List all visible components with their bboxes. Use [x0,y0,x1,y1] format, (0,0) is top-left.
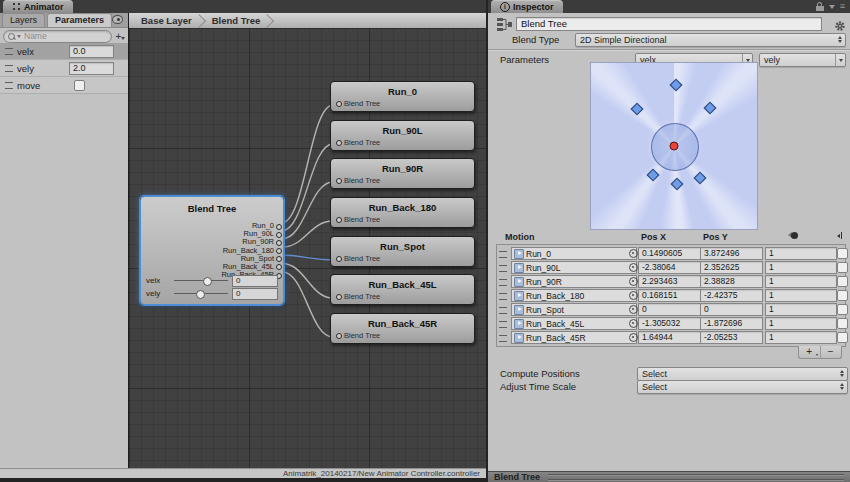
tab-inspector[interactable]: Inspector [491,0,563,13]
parameter-checkbox[interactable] [74,80,85,91]
output-port-icon[interactable] [276,248,282,254]
drag-grip-icon[interactable] [548,474,844,480]
speed-field[interactable]: 1 [765,331,837,344]
pos-x-field[interactable]: -2.38064 [638,261,701,274]
drag-handle-icon[interactable] [499,307,507,314]
tab-layers[interactable]: Layers [2,13,45,27]
drag-handle-icon[interactable] [5,82,13,89]
motion-row-run_spot[interactable]: Run_Spot001 [497,303,845,316]
motion-row-run_90r[interactable]: Run_90R2.2934632.388281 [497,275,845,288]
pos-x-field[interactable]: -1.305032 [638,317,701,330]
wire-run_90r[interactable] [282,182,333,239]
blend-tree-node[interactable]: Blend Tree Run_0Run_90LRun_90RRun_Back_1… [140,196,284,305]
pos-y-field[interactable]: -1.872696 [700,317,763,330]
speed-field[interactable]: 1 [765,247,837,260]
compute-positions-dropdown[interactable]: Select [637,367,848,381]
parameter-row-vely[interactable]: vely2.0 [0,60,128,77]
motion-field[interactable]: Run_90R [511,275,637,288]
motion-field[interactable]: Run_90L [511,261,637,274]
speed-field[interactable]: 1 [765,303,837,316]
dropdown-arrow-icon[interactable] [829,5,835,9]
blend-space-preview[interactable] [590,62,758,230]
mirror-checkbox[interactable] [837,332,848,343]
motion-row-run_back_45r[interactable]: Run_Back_45R1.64944-2.052531 [497,331,845,344]
lock-icon[interactable] [816,6,824,11]
drag-handle-icon[interactable] [5,65,13,72]
drag-handle-icon[interactable] [499,335,507,342]
pos-y-field[interactable]: 0 [700,303,763,316]
eye-icon[interactable] [112,15,123,24]
motion-row-run_back_45l[interactable]: Run_Back_45L-1.305032-1.8726961 [497,317,845,330]
motion-diamond-run_0[interactable] [670,79,683,92]
adjust-time-scale-dropdown[interactable]: Select [637,380,848,394]
preview-panel-header[interactable]: Blend Tree [488,471,850,482]
object-picker-icon[interactable] [629,305,638,314]
blend-type-dropdown[interactable]: 2D Simple Directional [575,33,846,47]
parameter-value-field[interactable]: 0.0 [69,45,114,58]
object-picker-icon[interactable] [629,277,638,286]
drag-handle-icon[interactable] [499,265,507,272]
output-port-icon[interactable] [276,264,282,270]
motion-node-run_back_45r[interactable]: Run_Back_45RBlend Tree [330,313,475,344]
motion-field[interactable]: Run_Back_45R [511,331,637,344]
parameter-row-velx[interactable]: velx0.0 [0,43,128,60]
speed-field[interactable]: 1 [765,317,837,330]
motion-node-run_90l[interactable]: Run_90LBlend Tree [330,120,475,151]
wire-run_0[interactable] [282,105,333,223]
mirror-checkbox[interactable] [837,248,848,259]
motion-diamond-run_back_45r[interactable] [694,172,707,185]
speed-field[interactable]: 1 [765,275,837,288]
motion-diamond-run_back_45l[interactable] [647,169,660,182]
drag-handle-icon[interactable] [499,251,507,258]
wire-run_back_180[interactable] [282,221,333,247]
breadcrumb-item-base-layer[interactable]: Base Layer [129,13,200,28]
motion-node-run_0[interactable]: Run_0Blend Tree [330,81,475,112]
drag-handle-icon[interactable] [5,48,13,55]
input-port-icon[interactable] [336,178,342,184]
breadcrumb-item-blend-tree[interactable]: Blend Tree [200,13,269,28]
motion-field[interactable]: Run_Spot [511,303,637,316]
output-port-icon[interactable] [276,224,282,230]
mirror-checkbox[interactable] [837,304,848,315]
slider-value-field[interactable]: 0 [232,275,278,287]
output-port-icon[interactable] [276,240,282,246]
wire-run_back_45l[interactable] [282,264,333,299]
pos-y-field[interactable]: -2.42375 [700,289,763,302]
motion-node-run_back_180[interactable]: Run_Back_180Blend Tree [330,197,475,228]
output-port-icon[interactable] [276,232,282,238]
add-motion-button[interactable]: + [799,346,821,358]
motion-diamond-run_90l[interactable] [630,103,643,116]
parameter-y-dropdown[interactable]: vely [759,53,846,67]
pos-x-field[interactable]: 0 [638,303,701,316]
input-port-icon[interactable] [336,294,342,300]
pos-x-field[interactable]: 0.1490605 [638,247,701,260]
wire-run_spot[interactable] [282,255,333,260]
object-picker-icon[interactable] [629,291,638,300]
pos-y-field[interactable]: 2.352625 [700,261,763,274]
mirror-checkbox[interactable] [837,262,848,273]
pos-y-field[interactable]: -2.05253 [700,331,763,344]
motion-row-run_back_180[interactable]: Run_Back_1800.168151-2.423751 [497,289,845,302]
menu-icon[interactable]: ≡ [840,0,845,13]
search-input[interactable]: Name [3,30,112,43]
drag-handle-icon[interactable] [499,279,507,286]
motion-row-run_0[interactable]: Run_00.14906053.8724961 [497,247,845,260]
motion-field[interactable]: Run_Back_180 [511,289,637,302]
pos-x-field[interactable]: 0.168151 [638,289,701,302]
speed-field[interactable]: 1 [765,261,837,274]
input-port-icon[interactable] [336,101,342,107]
pos-x-field[interactable]: 2.293463 [638,275,701,288]
motion-node-run_spot[interactable]: Run_SpotBlend Tree [330,236,475,267]
input-port-icon[interactable] [336,217,342,223]
output-port-icon[interactable] [276,256,282,262]
object-picker-icon[interactable] [629,333,638,342]
drag-handle-icon[interactable] [499,293,507,300]
pos-y-field[interactable]: 2.38828 [700,275,763,288]
motion-node-run_90r[interactable]: Run_90RBlend Tree [330,158,475,189]
parameter-value-field[interactable]: 2.0 [69,62,114,75]
blend-tree-name-field[interactable]: Blend Tree [516,17,822,31]
motion-field[interactable]: Run_0 [511,247,637,260]
slider-thumb[interactable] [203,277,212,286]
slider-track[interactable] [174,293,228,294]
object-picker-icon[interactable] [629,249,638,258]
